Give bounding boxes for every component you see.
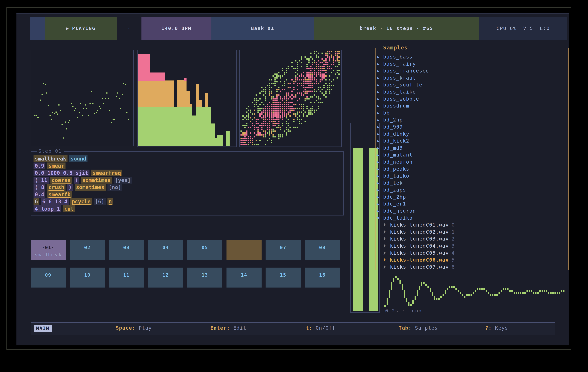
- sample-folder-bass_wobble[interactable]: ▶bass_wobble: [377, 96, 566, 103]
- step-cell-10[interactable]: 10: [70, 268, 105, 288]
- code-token-smear[interactable]: smear: [48, 163, 64, 169]
- sample-folder-bdc_neuron[interactable]: ▶bdc_neuron: [377, 208, 566, 215]
- sample-folder-bd_neuron[interactable]: ▶bd_neuron: [377, 159, 566, 166]
- scatter-dot: [113, 119, 114, 120]
- file-index: 4: [452, 250, 455, 256]
- bpm-display[interactable]: 140.0 BPM: [141, 17, 211, 40]
- code-token-4[interactable]: 4: [64, 199, 67, 205]
- sample-folder-bb[interactable]: ▶bb: [377, 110, 566, 117]
- code-token-1[interactable]: 1: [57, 206, 60, 212]
- step-cell-08[interactable]: 08: [305, 240, 340, 260]
- code-token-[interactable]: ): [69, 184, 72, 190]
- step-cell-04[interactable]: 04: [148, 240, 183, 260]
- sample-folder-bass_kraut[interactable]: ▶bass_kraut: [377, 74, 566, 81]
- waveform-dash: [389, 296, 390, 298]
- code-token-pcycle[interactable]: pcycle: [72, 199, 91, 205]
- step-cell-02[interactable]: 02: [70, 240, 105, 260]
- sample-folder-bd_2hp[interactable]: ▶bd_2hp: [377, 116, 566, 123]
- sample-file-kicks-tunedC02.wav[interactable]: ♪kicks-tunedC02.wav1: [377, 229, 566, 236]
- code-token-[interactable]: (: [35, 177, 38, 183]
- step-cell-05[interactable]: 05: [187, 240, 222, 260]
- sample-folder-bass_fairy[interactable]: ▶bass_fairy: [377, 60, 566, 68]
- sample-file-kicks-tunedC06.wav[interactable]: ♪kicks-tunedC06.wav5: [377, 257, 566, 263]
- sample-folder-bd_md3[interactable]: ▶bd_md3: [377, 144, 566, 151]
- pattern-info[interactable]: break · 16 steps · #65: [314, 17, 479, 40]
- sample-folder-bd_kick2[interactable]: ▶bd_kick2: [377, 138, 566, 144]
- step-cell-16[interactable]: 16: [305, 268, 340, 288]
- code-token-4[interactable]: 4: [35, 206, 38, 212]
- code-token-sometimes[interactable]: sometimes: [76, 184, 104, 190]
- sample-folder-bdc_2hp[interactable]: ▶bdc_2hp: [377, 193, 566, 201]
- step-cell-01[interactable]: ·01·smallbreak: [31, 240, 66, 260]
- step-cell-14[interactable]: 14: [227, 268, 262, 288]
- step-cell-06[interactable]: [227, 240, 262, 260]
- code-token-6[interactable]: 6: [35, 199, 38, 205]
- sample-folder-bd_peaks[interactable]: ▶bd_peaks: [377, 166, 566, 173]
- sample-folder-bd_taiko[interactable]: ▶bd_taiko: [377, 172, 566, 180]
- waveform-dash: [397, 278, 399, 280]
- code-token-11[interactable]: 11: [41, 177, 47, 183]
- code-token-[interactable]: ): [75, 177, 78, 183]
- code-token-cut[interactable]: cut: [64, 206, 74, 212]
- waveform-dash: [542, 290, 543, 292]
- scatter-dot: [69, 120, 70, 121]
- sample-file-kicks-tunedC03.wav[interactable]: ♪kicks-tunedC03.wav2: [377, 235, 566, 242]
- sample-folder-bd_zaps[interactable]: ▶bd_zaps: [377, 186, 566, 193]
- code-token-sound[interactable]: sound: [71, 156, 86, 162]
- step-cell-11[interactable]: 11: [109, 268, 144, 288]
- step-cell-09[interactable]: 09: [31, 268, 66, 288]
- token-run: [yes]: [114, 177, 132, 183]
- step-cell-12[interactable]: 12: [148, 268, 183, 288]
- sample-folder-bd_mutant[interactable]: ▶bd_mutant: [377, 151, 566, 159]
- sample-folder-bassdrum[interactable]: ▶bassdrum: [377, 102, 566, 110]
- code-token-sometimes[interactable]: sometimes: [82, 177, 111, 183]
- phase-visualizer: [239, 50, 342, 147]
- code-token-smallbreak[interactable]: smallbreak: [35, 156, 66, 162]
- sample-file-kicks-tunedC04.wav[interactable]: ♪kicks-tunedC04.wav3: [377, 242, 566, 250]
- code-token-no[interactable]: [no]: [109, 184, 121, 190]
- code-token-05[interactable]: 0.5: [63, 170, 73, 176]
- sample-folder-bdc_taiko[interactable]: ▼bdc_taiko: [377, 215, 566, 222]
- sample-folder-bass_taiko[interactable]: ▶bass_taiko: [377, 89, 566, 96]
- step-cell-03[interactable]: 03: [109, 240, 144, 260]
- step-cell-07[interactable]: 07: [266, 240, 301, 260]
- sample-file-kicks-tunedC01.wav[interactable]: ♪kicks-tunedC01.wav0: [377, 221, 566, 229]
- waveform-dash: [389, 294, 390, 296]
- code-token-crush[interactable]: crush: [48, 184, 64, 190]
- code-token-6[interactable]: 6: [48, 199, 52, 205]
- code-token-00[interactable]: 0.0: [35, 170, 44, 176]
- step-cell-13[interactable]: 13: [187, 268, 222, 288]
- code-token-04[interactable]: 0.4: [35, 191, 44, 198]
- sample-file-kicks-tunedC05.wav[interactable]: ♪kicks-tunedC05.wav4: [377, 250, 566, 257]
- sample-folder-bass_bass[interactable]: ▶bass_bass: [377, 53, 566, 60]
- code-token-8[interactable]: 8: [41, 184, 44, 190]
- sample-folder-bdc_er1[interactable]: ▶bdc_er1: [377, 201, 566, 208]
- code-token-coarse[interactable]: coarse: [52, 177, 71, 183]
- code-token-09[interactable]: 0.9: [35, 163, 44, 169]
- code-token-13[interactable]: 13: [55, 199, 61, 205]
- scatter-dot: [40, 100, 41, 101]
- code-token-[interactable]: (: [35, 184, 38, 190]
- code-token-sjit[interactable]: sjit: [76, 170, 88, 176]
- sample-folder-bd_909[interactable]: ▶bd_909: [377, 123, 566, 131]
- transport-status[interactable]: ▶PLAYING: [45, 17, 117, 40]
- sample-file-kicks-tunedC07.wav[interactable]: ♪kicks-tunedC07.wav6: [377, 263, 566, 271]
- sample-folder-bd_dinky[interactable]: ▶bd_dinky: [377, 131, 566, 138]
- code-token-yes[interactable]: [yes]: [115, 177, 131, 183]
- step-number: 03: [109, 245, 144, 250]
- sample-folder-bass_souffle[interactable]: ▶bass_souffle: [377, 81, 566, 89]
- code-token-6[interactable]: 6: [42, 199, 45, 205]
- code-token-n[interactable]: n: [109, 199, 112, 205]
- waveform-dash: [391, 288, 392, 290]
- bank-display[interactable]: Bank 01: [211, 17, 314, 40]
- code-token-smearfb[interactable]: smearfb: [48, 191, 70, 198]
- sample-folder-bass_francesco[interactable]: ▶bass_francesco: [377, 67, 566, 74]
- code-token-6[interactable]: [6]: [95, 199, 104, 205]
- scatter-dot: [82, 115, 83, 116]
- waveform-dash: [509, 290, 511, 292]
- sample-folder-bd_tek[interactable]: ▶bd_tek: [377, 180, 566, 187]
- code-token-1000[interactable]: 1000: [47, 170, 60, 176]
- code-token-loop[interactable]: loop: [41, 206, 54, 212]
- code-token-smearfreq[interactable]: smearfreq: [93, 170, 121, 176]
- step-cell-15[interactable]: 15: [266, 268, 301, 288]
